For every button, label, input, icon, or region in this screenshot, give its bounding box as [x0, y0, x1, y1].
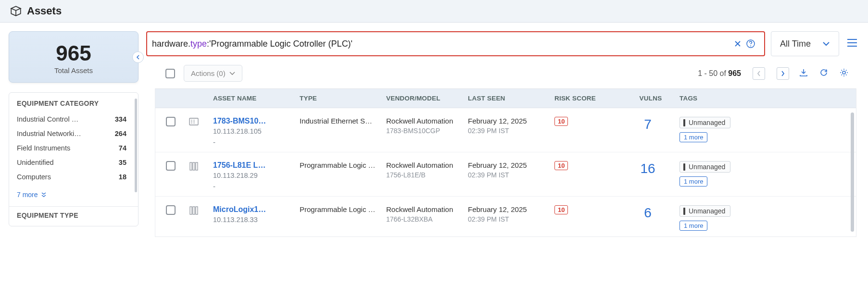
- svg-rect-8: [193, 207, 195, 214]
- download-button[interactable]: [798, 67, 809, 80]
- select-all-checkbox[interactable]: [165, 69, 175, 78]
- tag-pill[interactable]: Unmanaged: [679, 117, 730, 128]
- chevron-down-icon: [229, 72, 235, 75]
- close-icon: [733, 39, 742, 48]
- risk-score-badge: 10: [554, 205, 568, 214]
- facet-show-more[interactable]: 7 more: [9, 184, 138, 203]
- facet-item[interactable]: Field Instruments74: [9, 141, 138, 155]
- chevron-left-icon: [757, 71, 761, 76]
- risk-score-badge: 10: [554, 117, 568, 126]
- tag-pill[interactable]: Unmanaged: [679, 161, 730, 173]
- asset-ip: 10.113.218.33: [213, 216, 294, 224]
- svg-point-1: [750, 46, 751, 47]
- refresh-icon: [819, 68, 829, 77]
- svg-rect-4: [190, 162, 192, 170]
- search-input[interactable]: hardware.type:'Programmable Logic Cotrol…: [146, 31, 765, 56]
- vulns-count-link[interactable]: 16: [622, 161, 674, 176]
- tag-more-button[interactable]: 1 more: [679, 132, 707, 142]
- facet-title-category: EQUIPMENT CATEGORY: [9, 99, 138, 112]
- sidebar: 965 Total Assets EQUIPMENT CATEGORY Indu…: [9, 31, 138, 237]
- download-icon: [799, 68, 808, 77]
- rack-icon: [189, 206, 199, 216]
- row-checkbox[interactable]: [166, 161, 176, 171]
- collapse-sidebar-button[interactable]: [132, 51, 144, 63]
- rack-icon: [189, 162, 199, 172]
- col-last-seen[interactable]: LAST SEEN: [468, 95, 554, 102]
- facet-item[interactable]: Industrial Networki…264: [9, 126, 138, 141]
- last-seen-time: 02:39 PM IST: [468, 127, 549, 135]
- assets-icon: [10, 5, 22, 17]
- total-label: Total Assets: [14, 66, 133, 75]
- col-type[interactable]: TYPE: [300, 95, 386, 102]
- col-vulns[interactable]: VULNS: [622, 95, 679, 102]
- menu-button[interactable]: [845, 37, 859, 51]
- last-seen-date: February 12, 2025: [468, 161, 549, 169]
- vulns-count-link[interactable]: 6: [622, 205, 674, 221]
- actions-dropdown[interactable]: Actions (0): [184, 65, 242, 82]
- facet-item[interactable]: Unidentified35: [9, 155, 138, 170]
- double-chevron-down-icon: [41, 192, 47, 197]
- last-seen-time: 02:39 PM IST: [468, 171, 549, 179]
- table-header: ASSET NAME TYPE VENDOR/MODEL LAST SEEN R…: [155, 88, 856, 108]
- chevron-down-icon: [822, 41, 830, 46]
- pagination-label: 1 - 50 of 965: [698, 69, 741, 78]
- table-row: 1756-L81E L… 10.113.218.29 - Programmabl…: [155, 152, 856, 197]
- last-seen-date: February 12, 2025: [468, 117, 549, 125]
- asset-name-link[interactable]: 1783-BMS10…: [213, 117, 294, 125]
- content: hardware.type:'Programmable Logic Cotrol…: [146, 31, 859, 237]
- next-page-button[interactable]: [777, 67, 789, 80]
- search-help-button[interactable]: [744, 37, 757, 50]
- table-row: MicroLogix1… 10.113.218.33 Programmable …: [155, 197, 856, 236]
- help-icon: [746, 39, 755, 49]
- svg-rect-7: [190, 207, 192, 214]
- col-risk[interactable]: RISK SCORE: [554, 95, 622, 102]
- gear-icon: [839, 68, 849, 77]
- tag-more-button[interactable]: 1 more: [679, 221, 707, 231]
- last-seen-date: February 12, 2025: [468, 205, 549, 213]
- chevron-left-icon: [136, 55, 140, 60]
- toolbar: Actions (0) 1 - 50 of 965: [146, 56, 859, 88]
- tag-pill[interactable]: Unmanaged: [679, 205, 730, 217]
- facet-title-type: EQUIPMENT TYPE: [9, 211, 138, 224]
- time-range-dropdown[interactable]: All Time: [771, 31, 839, 56]
- asset-name-link[interactable]: 1756-L81E L…: [213, 161, 294, 170]
- search-query: hardware.type:'Programmable Logic Cotrol…: [152, 38, 731, 49]
- vulns-count-link[interactable]: 7: [622, 117, 674, 132]
- facet-item[interactable]: Industrial Control …334: [9, 112, 138, 126]
- prev-page-button[interactable]: [753, 67, 765, 80]
- asset-ip: 10.113.218.29: [213, 172, 294, 179]
- vendor-model: 1756-L81E/B: [386, 171, 462, 179]
- chevron-right-icon: [781, 71, 785, 76]
- scrollbar[interactable]: [851, 112, 854, 232]
- clear-search-button[interactable]: [731, 37, 744, 50]
- hamburger-icon: [847, 38, 857, 47]
- vendor-name: Rockwell Automation: [386, 205, 462, 213]
- col-tags[interactable]: TAGS: [679, 95, 856, 102]
- svg-point-2: [843, 71, 845, 74]
- table-row: 1783-BMS10… 10.113.218.105 - Industrial …: [155, 108, 856, 152]
- asset-name-link[interactable]: MicroLogix1…: [213, 205, 294, 214]
- app-header: Assets: [0, 0, 868, 23]
- svg-rect-6: [196, 162, 198, 170]
- switch-icon: [189, 118, 199, 127]
- assets-table: ASSET NAME TYPE VENDOR/MODEL LAST SEEN R…: [155, 88, 856, 237]
- svg-rect-9: [196, 207, 198, 214]
- row-checkbox[interactable]: [166, 205, 176, 215]
- col-vendor[interactable]: VENDOR/MODEL: [386, 95, 468, 102]
- settings-button[interactable]: [838, 67, 850, 80]
- refresh-button[interactable]: [818, 67, 830, 80]
- page-title: Assets: [27, 5, 62, 17]
- tag-more-button[interactable]: 1 more: [679, 176, 707, 187]
- asset-type: Programmable Logic …: [300, 205, 380, 213]
- row-checkbox[interactable]: [166, 117, 176, 126]
- vendor-model: 1766-L32BXBA: [386, 215, 462, 223]
- facet-panel: EQUIPMENT CATEGORY Industrial Control …3…: [9, 92, 138, 226]
- col-asset-name[interactable]: ASSET NAME: [213, 95, 300, 102]
- vendor-name: Rockwell Automation: [386, 117, 462, 125]
- facet-item[interactable]: Computers18: [9, 170, 138, 184]
- asset-type: Programmable Logic …: [300, 161, 380, 169]
- asset-ip: 10.113.218.105: [213, 127, 294, 135]
- risk-score-badge: 10: [554, 161, 568, 170]
- total-assets-card: 965 Total Assets: [9, 31, 138, 83]
- asset-type: Industrial Ethernet S…: [300, 117, 380, 125]
